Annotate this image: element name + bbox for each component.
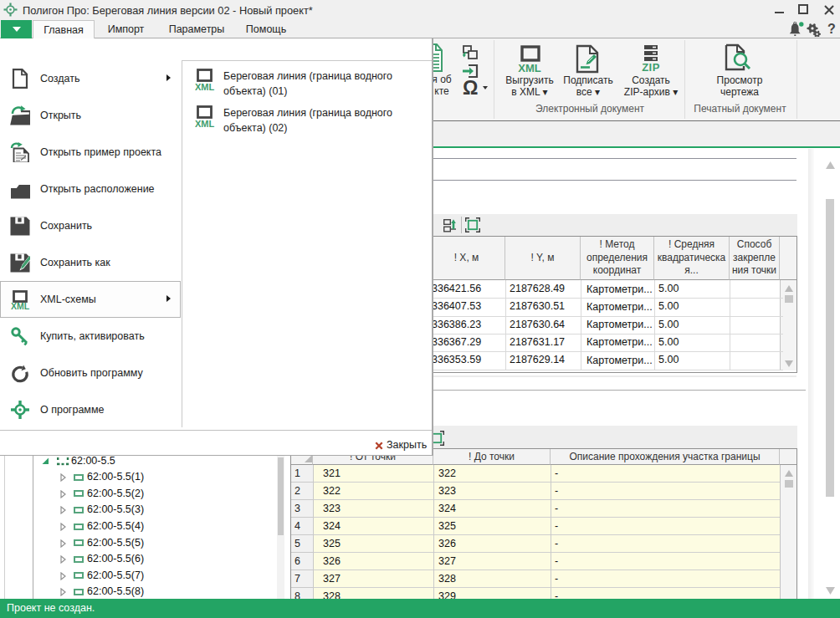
svg-text:XML: XML [195, 82, 214, 92]
svg-text:XML: XML [11, 301, 30, 310]
svg-text:XML: XML [195, 119, 214, 129]
